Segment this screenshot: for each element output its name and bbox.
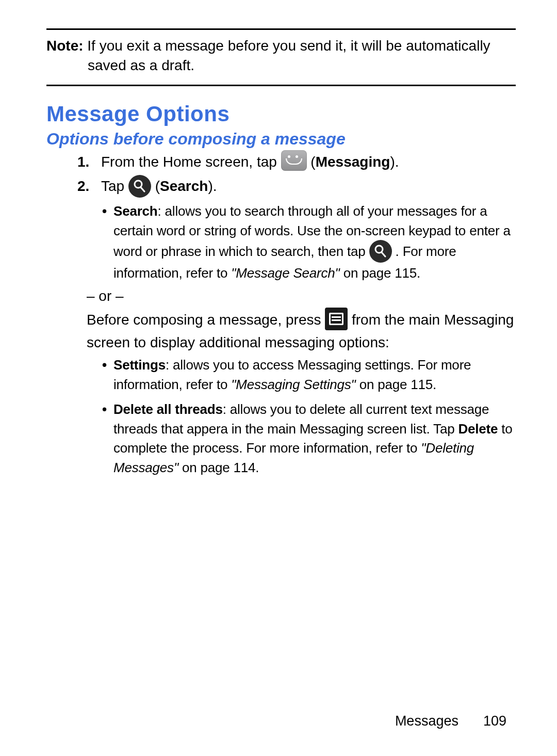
- step2-bold: Search: [160, 179, 208, 195]
- search-icon: [369, 240, 392, 263]
- subsection-heading: Options before composing a message: [46, 130, 516, 149]
- footer-page-number: 109: [483, 713, 506, 729]
- divider-bottom: [46, 85, 516, 86]
- step-1: 1. From the Home screen, tap (Messaging)…: [77, 152, 516, 173]
- bullet-search-text3: on page 115.: [340, 265, 420, 281]
- svg-line-3: [382, 252, 385, 256]
- bullet-mark: •: [102, 202, 113, 283]
- bullet-search: • Search: allows you to search through a…: [102, 202, 516, 283]
- section-heading: Message Options: [46, 102, 516, 126]
- bullet-delete-lead: Delete all threads: [113, 401, 223, 417]
- step1-paren-open: (: [310, 154, 315, 170]
- step2-paren-open: (: [155, 179, 160, 195]
- step1-paren-close: ).: [390, 154, 399, 170]
- continuation-text: Before composing a message, press from t…: [87, 310, 516, 352]
- continuation-before: Before composing a message, press: [87, 312, 325, 328]
- page-footer: Messages 109: [395, 713, 506, 729]
- footer-section: Messages: [395, 713, 458, 729]
- bullet-delete: • Delete all threads: allows you to dele…: [102, 400, 516, 478]
- step1-bold: Messaging: [316, 154, 390, 170]
- bullet-delete-inline-bold: Delete: [458, 421, 498, 437]
- bullet-mark: •: [102, 356, 113, 394]
- or-separator: – or –: [87, 288, 516, 304]
- note-label: Note:: [46, 38, 84, 54]
- messaging-icon: [281, 150, 307, 171]
- step2-text-before: Tap: [101, 179, 128, 195]
- note-block: Note: If you exit a message before you s…: [46, 30, 516, 85]
- bullet-settings-text2: on page 115.: [356, 377, 436, 392]
- search-icon: [128, 175, 151, 198]
- step-number: 2.: [77, 176, 101, 196]
- menu-icon: [325, 308, 348, 330]
- step-number: 1.: [77, 152, 101, 172]
- bullet-settings-ref: "Messaging Settings": [231, 377, 355, 392]
- bullet-delete-text3: on page 114.: [178, 460, 259, 475]
- bullet-settings: • Settings: allows you to access Messagi…: [102, 356, 516, 394]
- bullet-search-ref: "Message Search": [231, 265, 339, 281]
- step1-text-before: From the Home screen, tap: [101, 154, 281, 170]
- bullet-settings-lead: Settings: [113, 357, 166, 373]
- document-page: Note: If you exit a message before you s…: [0, 0, 557, 756]
- note-text: If you exit a message before you send it…: [84, 38, 490, 73]
- step-2: 2. Tap (Search).: [77, 176, 516, 199]
- bullet-search-lead: Search: [113, 203, 158, 219]
- step2-paren-close: ).: [208, 179, 217, 195]
- bullet-mark: •: [102, 400, 113, 478]
- svg-line-1: [141, 187, 144, 191]
